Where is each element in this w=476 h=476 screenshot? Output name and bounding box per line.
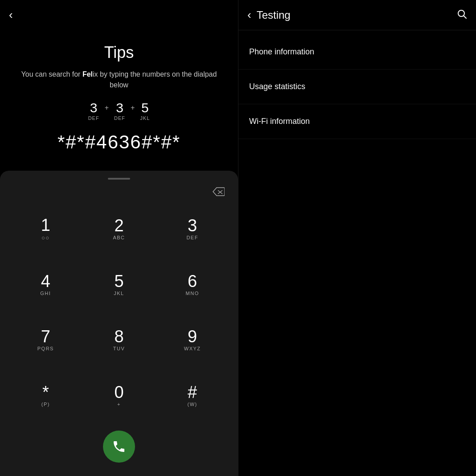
left-header: ‹ — [0, 0, 238, 30]
back-icon-right[interactable]: ‹ — [247, 8, 251, 22]
tips-title: Tips — [104, 43, 134, 62]
dial-key-6[interactable]: 6 MNO — [156, 257, 229, 313]
num-digit-3: 5 — [141, 101, 149, 115]
plus-1: + — [103, 104, 111, 112]
dialpad-code: *#*#4636#*#* — [57, 131, 181, 153]
backspace-button[interactable] — [212, 187, 225, 197]
right-title: Testing — [257, 9, 451, 21]
number-hint: 3 DEF + 3 DEF + 5 JKL — [88, 101, 150, 121]
search-icon[interactable] — [456, 8, 467, 22]
num-digit-2: 3 — [116, 101, 123, 115]
num-digit-1: 3 — [90, 101, 98, 115]
back-icon-left[interactable]: ‹ — [9, 8, 13, 22]
left-panel: ‹ Tips You can search for Felix by typin… — [0, 0, 238, 476]
dialpad-container: 1 ○○ 2 ABC 3 DEF 4 GHI 5 JKL 6 MNO — [0, 171, 238, 476]
menu-item-usage-stats[interactable]: Usage statistics — [238, 70, 476, 104]
dial-key-hash[interactable]: # (W) — [156, 368, 229, 424]
dial-key-9[interactable]: 9 WXYZ — [156, 312, 229, 368]
phone-icon — [112, 439, 126, 454]
dial-key-4[interactable]: 4 GHI — [9, 257, 82, 313]
dial-key-7[interactable]: 7 PQRS — [9, 312, 82, 368]
tips-description: You can search for Felix by typing the n… — [18, 69, 220, 90]
svg-line-3 — [464, 16, 467, 18]
call-button-row — [0, 423, 238, 467]
call-button[interactable] — [103, 431, 135, 463]
num-block-3: 5 JKL — [140, 101, 150, 121]
dial-key-star[interactable]: * (P) — [9, 368, 82, 424]
dial-key-8[interactable]: 8 TUV — [82, 312, 156, 368]
menu-item-phone-info[interactable]: Phone information — [238, 35, 476, 70]
num-block-1: 3 DEF — [88, 101, 99, 121]
dialpad-handle — [108, 178, 130, 180]
dialpad-grid: 1 ○○ 2 ABC 3 DEF 4 GHI 5 JKL 6 MNO — [0, 201, 238, 423]
num-sub-2: DEF — [114, 115, 125, 121]
num-sub-3: JKL — [140, 115, 150, 121]
plus-2: + — [129, 104, 136, 112]
right-header: ‹ Testing — [238, 0, 476, 30]
right-panel: ‹ Testing Phone information Usage statis… — [238, 0, 476, 476]
dial-key-0[interactable]: 0 + — [82, 368, 156, 424]
menu-item-wifi-info[interactable]: Wi-Fi information — [238, 104, 476, 139]
dialpad-input-row — [0, 187, 238, 197]
dial-key-5[interactable]: 5 JKL — [82, 257, 156, 313]
dial-key-3[interactable]: 3 DEF — [156, 201, 229, 257]
num-block-2: 3 DEF — [114, 101, 125, 121]
dial-key-1[interactable]: 1 ○○ — [9, 201, 82, 257]
num-sub-1: DEF — [88, 115, 99, 121]
dial-key-2[interactable]: 2 ABC — [82, 201, 156, 257]
menu-list: Phone information Usage statistics Wi-Fi… — [238, 30, 476, 144]
tips-section: Tips You can search for Felix by typing … — [0, 30, 238, 171]
